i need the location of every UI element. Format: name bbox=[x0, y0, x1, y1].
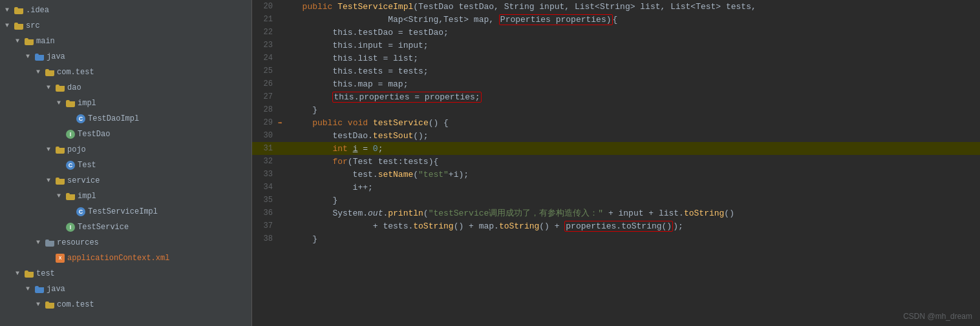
gutter-cell bbox=[278, 181, 290, 194]
arrow-icon: ▼ bbox=[47, 174, 56, 187]
folder-icon bbox=[66, 100, 75, 107]
sidebar-item-label: impl bbox=[78, 97, 96, 110]
sidebar-item-testserviceimpl[interactable]: ▼ C TestServiceImpl bbox=[0, 204, 251, 219]
folder-icon bbox=[56, 147, 65, 154]
code-editor: 20 public TestServiceImpl(TestDao testDa… bbox=[252, 0, 980, 326]
sidebar-item-test[interactable]: ▼ test bbox=[0, 266, 251, 281]
sidebar-item-java-test[interactable]: ▼ java bbox=[0, 281, 251, 297]
gutter-cell bbox=[278, 77, 290, 90]
code-line-36: 36 System.out.println("testService调用成功了，… bbox=[252, 207, 980, 219]
arrow-icon: ▼ bbox=[47, 81, 56, 94]
code-content: test.setName("test"+i); bbox=[290, 168, 980, 181]
function-name: toString bbox=[684, 209, 724, 218]
code-content: public TestServiceImpl(TestDao testDao, … bbox=[290, 0, 980, 13]
sidebar-item-comtest2[interactable]: ▼ com.test bbox=[0, 297, 251, 312]
arrow-icon: ▼ bbox=[57, 97, 66, 110]
arrow-icon: ▼ bbox=[36, 298, 45, 311]
code-line-23: 23 this.input = input; bbox=[252, 39, 980, 52]
code-content: } bbox=[290, 194, 980, 207]
file-tree: ▼ .idea ▼ src ▼ main ▼ java ▼ com.test ▼… bbox=[0, 0, 252, 326]
function-name: println bbox=[388, 209, 423, 218]
gutter-cell bbox=[278, 207, 290, 219]
sidebar-item-label: applicationContext.xml bbox=[67, 252, 169, 265]
code-line-30: 30 testDao.testSout(); bbox=[252, 129, 980, 142]
line-number: 20 bbox=[252, 0, 278, 13]
sidebar-item-dao[interactable]: ▼ dao bbox=[0, 80, 251, 96]
code-line-32: 32 for(Test test:tests){ bbox=[252, 155, 980, 168]
code-content: for(Test test:tests){ bbox=[290, 155, 980, 168]
sidebar-item-testdao[interactable]: ▼ I TestDao bbox=[0, 127, 251, 142]
gutter-cell: ➡ bbox=[278, 116, 290, 129]
sidebar-item-pojo[interactable]: ▼ pojo bbox=[0, 142, 251, 158]
sidebar-item-testservice[interactable]: ▼ I TestService bbox=[0, 219, 251, 235]
number: 0 bbox=[373, 144, 378, 154]
code-content: System.out.println("testService调用成功了，有参构… bbox=[290, 207, 980, 219]
sidebar-item-impl-dao[interactable]: ▼ impl bbox=[0, 96, 251, 111]
sidebar-item-testdaoimpl[interactable]: ▼ C TestDaoImpl bbox=[0, 111, 251, 127]
sidebar-item-appcontext[interactable]: ▼ X applicationContext.xml bbox=[0, 250, 251, 266]
folder-icon bbox=[45, 301, 54, 309]
gutter-cell bbox=[278, 39, 290, 52]
folder-icon bbox=[14, 23, 23, 30]
folder-icon bbox=[14, 7, 23, 14]
sidebar-item-label: test bbox=[36, 267, 55, 280]
code-content: this.map = map; bbox=[290, 77, 980, 90]
line-number: 38 bbox=[252, 232, 278, 245]
folder-icon bbox=[25, 38, 34, 45]
function-name: testSout bbox=[373, 131, 413, 141]
code-line-27: 27 this.properties = properties; bbox=[252, 90, 980, 103]
class-icon: C bbox=[76, 114, 85, 123]
code-line-31: 31 int i = 0; bbox=[252, 142, 980, 155]
sidebar-item-comtest[interactable]: ▼ com.test bbox=[0, 65, 251, 80]
code-line-35: 35 } bbox=[252, 194, 980, 207]
sidebar-item-java[interactable]: ▼ java bbox=[0, 49, 251, 65]
line-number: 22 bbox=[252, 26, 278, 39]
sidebar-item-label: dao bbox=[67, 81, 81, 94]
code-content: int i = 0; bbox=[290, 142, 980, 155]
line-number: 31 bbox=[252, 142, 278, 155]
gutter-cell bbox=[278, 103, 290, 116]
redbox-properties-assign: this.properties = properties; bbox=[332, 92, 481, 103]
code-line-34: 34 i++; bbox=[252, 181, 980, 194]
function-name: toString bbox=[413, 221, 453, 231]
sidebar-item-resources[interactable]: ▼ resources bbox=[0, 235, 251, 250]
line-number: 34 bbox=[252, 181, 278, 194]
code-content: this.properties = properties; bbox=[290, 90, 980, 103]
sidebar-item-label: java bbox=[47, 283, 65, 296]
line-number: 21 bbox=[252, 13, 278, 26]
code-content: testDao.testSout(); bbox=[290, 129, 980, 142]
line-number: 30 bbox=[252, 129, 278, 142]
sidebar-item-service[interactable]: ▼ service bbox=[0, 173, 251, 188]
gutter-cell bbox=[278, 52, 290, 65]
gutter-cell bbox=[278, 65, 290, 77]
sidebar-item-main[interactable]: ▼ main bbox=[0, 34, 251, 49]
code-content: this.testDao = testDao; bbox=[290, 26, 980, 39]
sidebar-item-impl-service[interactable]: ▼ impl bbox=[0, 188, 251, 204]
code-line-38: 38 } bbox=[252, 232, 980, 245]
string-literal: "test" bbox=[418, 170, 449, 179]
code-content: this.tests = tests; bbox=[290, 65, 980, 77]
line-number: 32 bbox=[252, 155, 278, 168]
arrow-icon: ▼ bbox=[57, 190, 66, 203]
sidebar-item-label: src bbox=[26, 19, 40, 32]
watermark-text: CSDN @mh_dream bbox=[903, 312, 972, 321]
gutter-cell bbox=[278, 26, 290, 39]
sidebar-item-idea[interactable]: ▼ .idea bbox=[0, 3, 251, 18]
folder-icon bbox=[56, 85, 65, 92]
sidebar-item-label: impl bbox=[78, 190, 96, 203]
sidebar-item-label: TestDao bbox=[78, 128, 110, 141]
sidebar-item-label: Test bbox=[78, 159, 96, 172]
arrow-icon: ▼ bbox=[47, 143, 56, 156]
folder-icon bbox=[35, 54, 44, 61]
line-number: 24 bbox=[252, 52, 278, 65]
code-content: } bbox=[290, 103, 980, 116]
gutter-cell bbox=[278, 142, 290, 155]
sidebar-item-label: main bbox=[36, 35, 55, 48]
gutter-cell bbox=[278, 194, 290, 207]
sidebar-item-src[interactable]: ▼ src bbox=[0, 18, 251, 34]
sidebar-item-label: resources bbox=[57, 236, 99, 249]
sidebar-item-test-class[interactable]: ▼ C Test bbox=[0, 158, 251, 173]
arrow-icon: ▼ bbox=[36, 236, 45, 249]
arrow-icon: ▼ bbox=[36, 66, 45, 79]
class-icon: C bbox=[76, 207, 85, 216]
